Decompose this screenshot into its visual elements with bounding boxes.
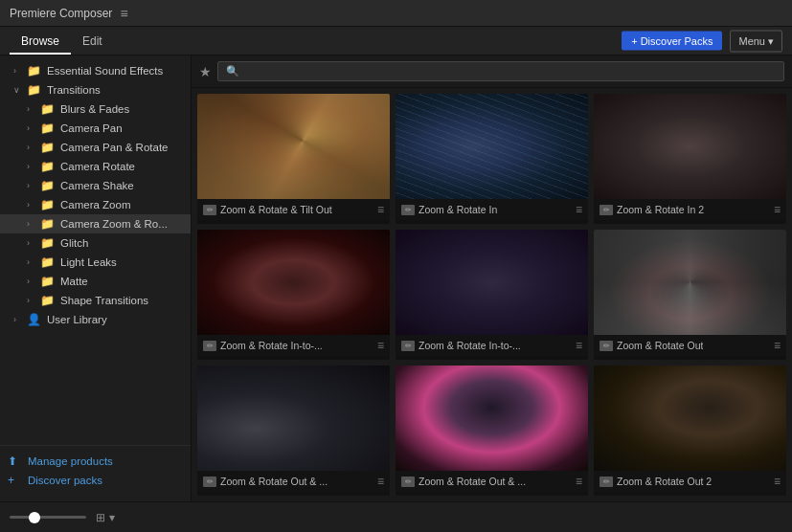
card-menu-icon-4[interactable]: ≡ bbox=[377, 339, 384, 352]
discover-packs-button[interactable]: + Discover Packs bbox=[622, 32, 722, 51]
zoom-slider[interactable] bbox=[10, 516, 86, 519]
arrow-icon: › bbox=[27, 219, 40, 229]
grid-view-icon: ⊞ bbox=[96, 511, 105, 524]
card-menu-icon-2[interactable]: ≡ bbox=[576, 203, 582, 216]
sidebar-item-label: Essential Sound Effects bbox=[47, 65, 163, 77]
main-layout: › 📁 Essential Sound Effects ∨ 📁 Transiti… bbox=[0, 55, 792, 501]
tab-browse[interactable]: Browse bbox=[10, 30, 71, 55]
sidebar-item-manage-products[interactable]: ⬆ Manage products bbox=[0, 452, 191, 471]
card-thumbnail-8 bbox=[396, 366, 588, 471]
folder-icon: 📁 bbox=[27, 83, 42, 97]
folder-icon: 📁 bbox=[40, 160, 56, 173]
card-thumbnail-2 bbox=[396, 94, 588, 199]
edit-icon-6: ✏ bbox=[600, 341, 613, 351]
card-menu-icon-1[interactable]: ≡ bbox=[377, 203, 384, 216]
sidebar-item-label: Camera Rotate bbox=[60, 161, 135, 172]
folder-icon: 📁 bbox=[40, 141, 56, 154]
menu-button[interactable]: Menu ▾ bbox=[730, 30, 782, 52]
media-card-5[interactable]: ✏ Zoom & Rotate In-to-... ≡ bbox=[396, 230, 588, 360]
sidebar-item-essential-sound-effects[interactable]: › 📁 Essential Sound Effects bbox=[0, 61, 191, 80]
top-actions: + Discover Packs Menu ▾ bbox=[622, 30, 782, 52]
sidebar-item-matte[interactable]: › 📁 Matte bbox=[0, 272, 191, 291]
card-footer-left-7: ✏ Zoom & Rotate Out & ... bbox=[203, 476, 328, 487]
manage-products-icon: ⬆ bbox=[8, 454, 23, 468]
edit-icon-9: ✏ bbox=[600, 477, 613, 487]
card-footer-left-1: ✏ Zoom & Rotate & Tilt Out bbox=[203, 204, 332, 215]
sidebar-item-glitch[interactable]: › 📁 Glitch bbox=[0, 233, 191, 253]
card-label-6: Zoom & Rotate Out bbox=[617, 340, 703, 351]
media-card-8[interactable]: ✏ Zoom & Rotate Out & ... ≡ bbox=[396, 366, 588, 496]
card-menu-icon-9[interactable]: ≡ bbox=[774, 475, 781, 488]
card-footer-left-5: ✏ Zoom & Rotate In-to-... bbox=[401, 340, 521, 351]
arrow-icon: › bbox=[27, 123, 40, 133]
arrow-icon: › bbox=[27, 257, 40, 267]
card-menu-icon-7[interactable]: ≡ bbox=[377, 475, 384, 488]
folder-icon: 📁 bbox=[40, 179, 56, 192]
card-footer-left-6: ✏ Zoom & Rotate Out bbox=[600, 340, 703, 351]
media-grid: ✏ Zoom & Rotate & Tilt Out ≡ ✏ Zoom & Ro… bbox=[192, 88, 792, 501]
media-card-9[interactable]: ✏ Zoom & Rotate Out 2 ≡ bbox=[594, 366, 786, 496]
discover-packs-link-icon: + bbox=[8, 474, 23, 487]
arrow-icon: › bbox=[27, 162, 40, 171]
card-footer-2: ✏ Zoom & Rotate In ≡ bbox=[396, 199, 588, 220]
card-menu-icon-6[interactable]: ≡ bbox=[774, 339, 781, 352]
media-card-3[interactable]: ✏ Zoom & Rotate In 2 ≡ bbox=[594, 94, 786, 224]
sidebar-item-blurs-fades[interactable]: › 📁 Blurs & Fades bbox=[0, 100, 191, 119]
card-footer-8: ✏ Zoom & Rotate Out & ... ≡ bbox=[396, 471, 588, 492]
search-bar: ★ 🔍 bbox=[192, 55, 792, 88]
arrow-icon: › bbox=[27, 296, 40, 305]
search-input[interactable] bbox=[243, 66, 776, 78]
sidebar-item-camera-pan[interactable]: › 📁 Camera Pan bbox=[0, 119, 191, 138]
card-thumbnail-4 bbox=[197, 230, 390, 335]
folder-icon: 📁 bbox=[40, 217, 56, 231]
arrow-icon: › bbox=[13, 315, 27, 324]
media-card-7[interactable]: ✏ Zoom & Rotate Out & ... ≡ bbox=[197, 366, 390, 496]
sidebar-item-discover-packs-link[interactable]: + Discover packs bbox=[0, 471, 191, 490]
media-card-1[interactable]: ✏ Zoom & Rotate & Tilt Out ≡ bbox=[197, 94, 390, 224]
card-footer-7: ✏ Zoom & Rotate Out & ... ≡ bbox=[197, 471, 390, 492]
card-footer-left-9: ✏ Zoom & Rotate Out 2 bbox=[600, 476, 712, 487]
title-menu-icon[interactable]: ≡ bbox=[120, 6, 127, 21]
sidebar-item-shape-transitions[interactable]: › 📁 Shape Transitions bbox=[0, 291, 191, 310]
media-card-6[interactable]: ✏ Zoom & Rotate Out ≡ bbox=[594, 230, 786, 360]
folder-icon: 📁 bbox=[40, 255, 56, 269]
tab-edit[interactable]: Edit bbox=[71, 30, 114, 55]
content-area: ★ 🔍 ✏ Zoom & Rotate & Tilt Out ≡ bbox=[192, 55, 792, 501]
card-menu-icon-5[interactable]: ≡ bbox=[576, 339, 582, 352]
folder-icon: 📁 bbox=[27, 64, 42, 78]
sidebar-item-user-library[interactable]: › 👤 User Library bbox=[0, 310, 191, 329]
card-thumbnail-9 bbox=[594, 366, 786, 471]
view-toggle[interactable]: ⊞ ▾ bbox=[96, 511, 115, 524]
sidebar-item-label: Blurs & Fades bbox=[60, 103, 129, 115]
sidebar-item-camera-pan-rotate[interactable]: › 📁 Camera Pan & Rotate bbox=[0, 138, 191, 157]
sidebar-item-transitions[interactable]: ∨ 📁 Transitions bbox=[0, 80, 191, 100]
card-footer-4: ✏ Zoom & Rotate In-to-... ≡ bbox=[197, 335, 390, 356]
sidebar-item-label: Light Leaks bbox=[60, 256, 117, 268]
sidebar-item-label: Shape Transitions bbox=[60, 295, 148, 306]
sidebar-item-camera-shake[interactable]: › 📁 Camera Shake bbox=[0, 176, 191, 195]
sidebar-item-camera-zoom[interactable]: › 📁 Camera Zoom bbox=[0, 195, 191, 214]
sidebar-item-label: Matte bbox=[60, 276, 88, 287]
sidebar: › 📁 Essential Sound Effects ∨ 📁 Transiti… bbox=[0, 55, 192, 501]
folder-icon: 📁 bbox=[40, 122, 56, 135]
arrow-icon: ∨ bbox=[13, 85, 27, 95]
star-button[interactable]: ★ bbox=[199, 64, 212, 79]
title-bar: Premiere Composer ≡ bbox=[0, 0, 792, 27]
sidebar-item-light-leaks[interactable]: › 📁 Light Leaks bbox=[0, 253, 191, 272]
media-card-4[interactable]: ✏ Zoom & Rotate In-to-... ≡ bbox=[197, 230, 390, 360]
arrow-icon: › bbox=[27, 181, 40, 190]
sidebar-item-camera-rotate[interactable]: › 📁 Camera Rotate bbox=[0, 157, 191, 176]
sidebar-item-label: Camera Pan & Rotate bbox=[60, 142, 169, 153]
edit-icon-4: ✏ bbox=[203, 341, 216, 351]
sidebar-item-label: Camera Shake bbox=[60, 180, 134, 191]
view-chevron-icon: ▾ bbox=[109, 511, 115, 524]
card-thumbnail-3 bbox=[594, 94, 786, 199]
card-menu-icon-3[interactable]: ≡ bbox=[774, 203, 781, 216]
sidebar-item-camera-zoom-ro[interactable]: › 📁 Camera Zoom & Ro... bbox=[0, 214, 191, 233]
media-card-2[interactable]: ✏ Zoom & Rotate In ≡ bbox=[396, 94, 588, 224]
card-menu-icon-8[interactable]: ≡ bbox=[576, 475, 582, 488]
edit-icon-3: ✏ bbox=[600, 205, 613, 215]
card-footer-5: ✏ Zoom & Rotate In-to-... ≡ bbox=[396, 335, 588, 356]
arrow-icon: › bbox=[27, 238, 40, 248]
arrow-icon: › bbox=[27, 200, 40, 210]
